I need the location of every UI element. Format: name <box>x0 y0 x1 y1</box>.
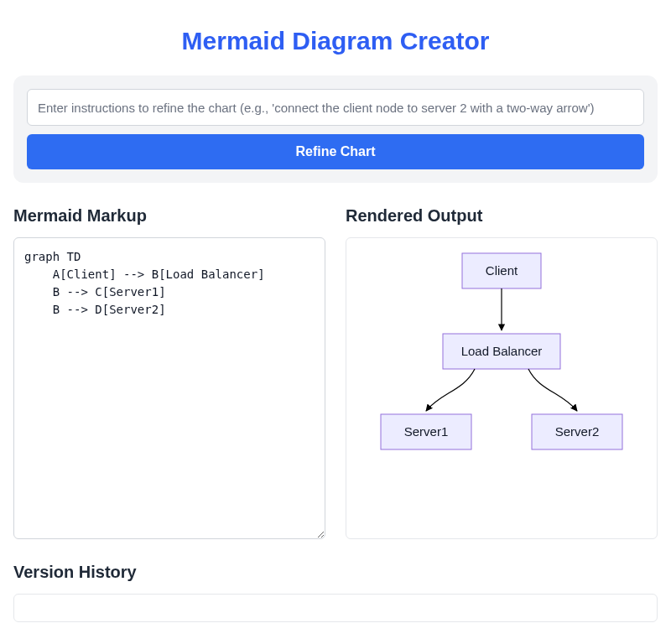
refine-button[interactable]: Refine Chart <box>27 134 644 169</box>
refine-panel: Refine Chart <box>13 75 658 183</box>
markup-textarea[interactable] <box>13 237 325 539</box>
render-section-title: Rendered Output <box>346 206 658 226</box>
markup-column: Mermaid Markup <box>13 206 325 543</box>
history-section-title: Version History <box>13 563 658 582</box>
diagram-svg: Client Load Balancer Server1 Server2 <box>367 250 636 476</box>
diagram-node-server1-label: Server1 <box>404 424 449 439</box>
markup-section-title: Mermaid Markup <box>13 206 325 226</box>
diagram-edge-b-d <box>528 369 577 411</box>
page-title: Mermaid Diagram Creator <box>13 27 658 55</box>
diagram-edge-b-c <box>426 369 475 411</box>
version-history-list <box>13 594 658 622</box>
diagram-node-server2-label: Server2 <box>555 424 600 439</box>
diagram-node-load-balancer-label: Load Balancer <box>461 344 543 358</box>
render-column: Rendered Output Client Load Balancer <box>346 206 658 543</box>
rendered-output: Client Load Balancer Server1 Server2 <box>346 237 658 539</box>
diagram-node-client-label: Client <box>486 263 518 278</box>
refine-input[interactable] <box>27 89 644 126</box>
